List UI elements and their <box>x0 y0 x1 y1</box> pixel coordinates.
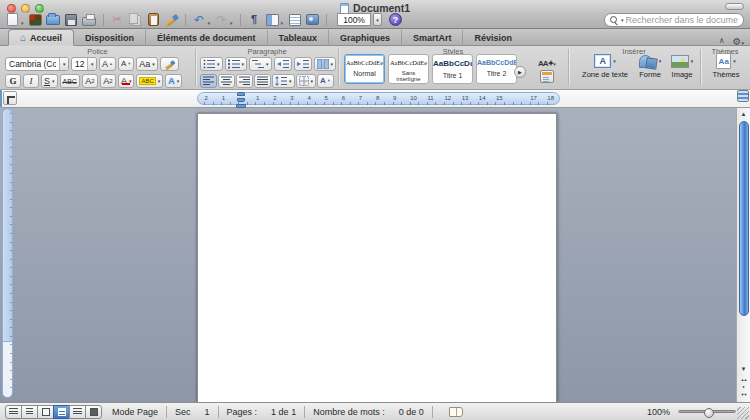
italic-button[interactable]: I <box>23 74 39 88</box>
tab-disposition[interactable]: Disposition <box>74 30 146 45</box>
scrollbar-thumb[interactable] <box>739 121 749 316</box>
align-center-button[interactable] <box>218 74 235 88</box>
vertical-ruler[interactable] <box>2 108 13 398</box>
elements-gallery-button[interactable] <box>28 13 43 27</box>
sidebar-caret-icon[interactable]: ▾ <box>281 20 284 26</box>
undo-button[interactable]: ↶ <box>192 13 207 27</box>
redo-button[interactable]: ↷ <box>214 13 229 27</box>
scroll-up-button[interactable]: ▲ <box>737 111 750 117</box>
view-outline-button[interactable] <box>21 405 38 419</box>
tab-revision[interactable]: Révision <box>463 30 523 45</box>
strikethrough-button[interactable]: ABC <box>60 74 80 88</box>
toolbox-button[interactable] <box>287 13 302 27</box>
shrink-font-button[interactable]: A▼ <box>118 57 134 71</box>
tab-stop-selector-button[interactable] <box>3 91 17 105</box>
tab-accueil[interactable]: ⌂ Accueil <box>8 29 74 46</box>
tab-graphiques[interactable]: Graphiques <box>329 30 402 45</box>
increase-indent-button[interactable] <box>294 57 312 71</box>
cut-button[interactable]: ✂ <box>110 13 125 27</box>
format-painter-button[interactable] <box>164 13 179 27</box>
zoom-stepper-button[interactable]: ▾ <box>373 13 382 26</box>
view-publishing-layout-button[interactable] <box>37 405 54 419</box>
change-case-button[interactable]: Aa▾ <box>136 57 158 71</box>
toolbar-toggle-pill-button[interactable] <box>725 3 744 10</box>
insert-image-button[interactable]: ▾ Image <box>666 52 698 79</box>
align-right-button[interactable] <box>236 74 253 88</box>
numbering-button[interactable]: ▾ <box>225 57 248 71</box>
redo-caret-icon[interactable]: ▾ <box>230 20 233 26</box>
insert-shape-button[interactable]: ▾ Forme <box>634 52 666 79</box>
justify-button[interactable] <box>254 74 271 88</box>
vertical-scrollbar[interactable]: ▲ ▼ ▲▲ ● ▼▼ <box>736 108 750 402</box>
select-browse-object-button[interactable]: ● <box>737 384 750 389</box>
columns-button[interactable]: ▾ <box>314 57 337 71</box>
insert-textbox-button[interactable]: A▾ Zone de texte <box>578 52 632 79</box>
style-titre-2[interactable]: AaBbCcDdEe Titre 2 <box>476 54 517 84</box>
view-mode-label[interactable]: Mode Page <box>112 407 158 417</box>
horizontal-ruler[interactable]: 211234567891011121314151718 <box>197 92 560 105</box>
search-options-caret-icon[interactable]: ▾ <box>621 18 624 23</box>
bold-button[interactable]: G <box>5 74 21 88</box>
subscript-button[interactable]: A2 <box>100 74 116 88</box>
themes-button[interactable]: Aa▾ Thèmes <box>706 52 746 79</box>
new-document-caret-icon[interactable]: ▾ <box>21 20 24 26</box>
show-formatting-marks-button[interactable]: ¶ <box>247 13 262 27</box>
styles-pane-button[interactable] <box>540 70 554 83</box>
new-document-button[interactable] <box>5 13 20 27</box>
media-browser-button[interactable] <box>305 13 320 27</box>
superscript-button[interactable]: A2 <box>82 74 98 88</box>
line-spacing-button[interactable]: ▾ <box>272 74 295 88</box>
copy-button[interactable] <box>128 13 143 27</box>
multilevel-list-button[interactable]: ▾ <box>249 57 272 71</box>
tab-smartart[interactable]: SmartArt <box>402 30 464 45</box>
bullets-button[interactable]: ▾ <box>200 57 223 71</box>
undo-caret-icon[interactable]: ▾ <box>208 20 211 26</box>
text-effects-button[interactable]: A▾ <box>165 74 182 88</box>
word-count-value[interactable]: 0 de 0 <box>399 407 424 417</box>
font-size-select[interactable]: 12▾ <box>71 57 97 71</box>
decrease-indent-button[interactable] <box>274 57 292 71</box>
search-input[interactable] <box>626 15 738 25</box>
view-focus-button[interactable] <box>85 405 102 419</box>
view-notebook-layout-button[interactable] <box>69 405 86 419</box>
ruler-toggle-button[interactable] <box>737 90 749 102</box>
change-styles-button[interactable]: AA✦▾ <box>538 52 556 70</box>
sidebar-toggle-button[interactable] <box>265 13 280 27</box>
font-color-button[interactable]: A▾ <box>118 74 135 88</box>
zoom-slider-thumb[interactable] <box>704 408 714 418</box>
zoom-slider-track[interactable] <box>678 410 736 413</box>
right-indent-marker[interactable] <box>0 89 2 108</box>
browse-next-button[interactable]: ▼▼ <box>737 392 750 397</box>
tab-tableaux[interactable]: Tableaux <box>268 30 329 45</box>
tab-elements-de-document[interactable]: Éléments de document <box>146 30 268 45</box>
window-resize-grip[interactable] <box>737 407 749 419</box>
first-line-indent-marker[interactable] <box>237 92 245 96</box>
scroll-down-button[interactable]: ▼ <box>737 366 750 372</box>
paste-button[interactable] <box>146 13 161 27</box>
grow-font-button[interactable]: A▲ <box>99 57 116 71</box>
collapse-ribbon-button[interactable]: ∧ <box>719 36 725 45</box>
hanging-indent-marker[interactable] <box>237 98 245 102</box>
browse-previous-button[interactable]: ▲▲ <box>737 377 750 382</box>
word-count-label[interactable]: Nombre de mots : <box>313 407 385 417</box>
help-button[interactable]: ? <box>389 13 402 26</box>
clear-formatting-button[interactable] <box>160 57 179 71</box>
style-titre-1[interactable]: AaBbCcDc Titre 1 <box>432 54 473 84</box>
view-print-layout-button[interactable] <box>53 405 70 419</box>
borders-button[interactable]: ▾ <box>296 74 317 88</box>
highlight-button[interactable]: ABC▾ <box>136 74 163 88</box>
expand-styles-button[interactable]: ▶ <box>514 66 526 78</box>
save-button[interactable] <box>64 13 79 27</box>
style-normal[interactable]: AaBbCcDdEe Normal <box>344 54 385 84</box>
underline-button[interactable]: S▾ <box>41 74 58 88</box>
open-button[interactable] <box>46 13 61 27</box>
align-left-button[interactable] <box>200 74 217 88</box>
document-page[interactable] <box>197 113 557 402</box>
view-draft-button[interactable] <box>5 405 22 419</box>
spelling-status-icon[interactable] <box>449 407 463 417</box>
style-sans-interligne[interactable]: AaBbCcDdEe Sans interligne <box>388 54 429 84</box>
font-family-select[interactable]: Cambria (Corps)▾ <box>5 57 69 71</box>
print-button[interactable] <box>82 13 97 27</box>
search-field[interactable]: ▾ <box>604 13 744 27</box>
zoom-value-field[interactable]: 100% <box>337 13 371 26</box>
